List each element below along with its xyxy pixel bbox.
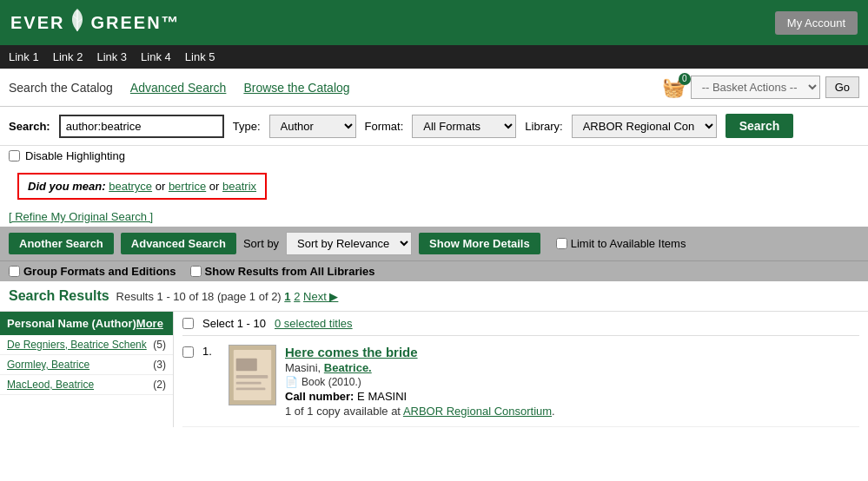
nav-link-4[interactable]: Link 4 bbox=[141, 50, 171, 63]
nav-bar: Link 1 Link 2 Link 3 Link 4 Link 5 bbox=[0, 45, 868, 69]
format-select[interactable]: All Formats bbox=[412, 115, 516, 138]
sidebar-author-3[interactable]: MacLeod, Beatrice bbox=[7, 379, 94, 391]
disable-highlight-row: Disable Highlighting bbox=[0, 146, 868, 166]
library-label: Library: bbox=[525, 120, 562, 133]
basket-count: 0 bbox=[679, 73, 691, 85]
results-info: Results 1 - 10 of 18 (page 1 of 2) 1 2 N… bbox=[116, 290, 339, 303]
refine-row: [ Refine My Original Search ] bbox=[0, 207, 868, 227]
type-label: Type: bbox=[233, 120, 261, 133]
search-label: Search: bbox=[9, 120, 50, 133]
another-search-button[interactable]: Another Search bbox=[9, 233, 114, 254]
select-row: Select 1 - 10 0 selected titles bbox=[182, 312, 859, 336]
show-all-libraries-label: Show Results from All Libraries bbox=[190, 265, 375, 278]
disable-highlight-label: Disable Highlighting bbox=[25, 149, 125, 162]
sidebar-author-1[interactable]: De Regniers, Beatrice Schenk bbox=[7, 339, 147, 351]
svg-rect-5 bbox=[236, 359, 257, 371]
search-button[interactable]: Search bbox=[726, 114, 794, 138]
call-number: E MASINI bbox=[357, 390, 407, 403]
result-thumbnail bbox=[229, 345, 276, 405]
result-details-1: Here comes the bride Masini, Beatrice. 📄… bbox=[285, 345, 859, 418]
nav-link-2[interactable]: Link 2 bbox=[53, 50, 83, 63]
main-content: Personal Name (Author)More De Regniers, … bbox=[0, 312, 868, 427]
limit-available-text: Limit to Available Items bbox=[571, 237, 686, 250]
result-format-1: 📄 Book (2010.) bbox=[285, 376, 859, 388]
limit-available-checkbox[interactable] bbox=[556, 238, 567, 249]
show-more-details-button[interactable]: Show More Details bbox=[419, 233, 540, 254]
go-button[interactable]: Go bbox=[825, 76, 859, 98]
suggestion-beatrix[interactable]: beatrix bbox=[222, 180, 256, 193]
availability-text-prefix: 1 of 1 copy available at bbox=[285, 405, 403, 418]
sort-select[interactable]: Sort by Relevance bbox=[286, 232, 412, 255]
select-all-checkbox[interactable] bbox=[182, 318, 194, 329]
format-icon: 📄 bbox=[285, 376, 298, 388]
sidebar: Personal Name (Author)More De Regniers, … bbox=[0, 312, 174, 427]
page-1-link[interactable]: 1 bbox=[284, 290, 290, 303]
format-text: Book (2010.) bbox=[301, 376, 361, 388]
catalog-bar: Search the Catalog Advanced Search Brows… bbox=[0, 69, 868, 107]
consortium-link[interactable]: ARBOR Regional Consortium bbox=[403, 405, 552, 418]
group-formats-checkbox[interactable] bbox=[9, 266, 20, 277]
basket-icon: 🧺 0 bbox=[662, 76, 686, 99]
sidebar-more-link[interactable]: More bbox=[136, 317, 163, 330]
list-item: MacLeod, Beatrice (2) bbox=[0, 375, 173, 395]
selected-titles-link[interactable]: 0 selected titles bbox=[275, 317, 353, 330]
basket-area: 🧺 0 -- Basket Actions -- Go bbox=[662, 76, 859, 99]
table-row: 1. Here comes the bride Masini, Beatrice… bbox=[182, 336, 859, 427]
browse-catalog-link[interactable]: Browse the Catalog bbox=[243, 81, 349, 95]
sidebar-author-2[interactable]: Gormley, Beatrice bbox=[7, 359, 89, 371]
did-you-mean-container: Did you mean: beatryce or bertrice or be… bbox=[0, 166, 868, 207]
suggestion-bertrice[interactable]: bertrice bbox=[169, 180, 206, 193]
author-highlight[interactable]: Beatrice. bbox=[324, 361, 372, 374]
sidebar-title: Personal Name (Author) bbox=[7, 317, 136, 330]
or-2: or bbox=[206, 180, 222, 193]
svg-rect-7 bbox=[236, 382, 262, 385]
availability-period: . bbox=[552, 405, 555, 418]
basket-actions-select[interactable]: -- Basket Actions -- bbox=[691, 76, 820, 99]
results-count: Results 1 - 10 of 18 bbox=[116, 290, 215, 303]
list-item: De Regniers, Beatrice Schenk (5) bbox=[0, 335, 173, 355]
sidebar-count-2: (3) bbox=[153, 359, 166, 371]
sort-label: Sort by bbox=[243, 237, 279, 250]
nav-link-3[interactable]: Link 3 bbox=[96, 50, 127, 63]
sidebar-header: Personal Name (Author)More bbox=[0, 312, 173, 335]
svg-rect-6 bbox=[236, 375, 268, 379]
type-select[interactable]: Author bbox=[269, 115, 356, 138]
results-header: Search Results Results 1 - 10 of 18 (pag… bbox=[0, 281, 868, 312]
my-account-button[interactable]: My Account bbox=[775, 11, 858, 35]
logo: EVER GREEN™ bbox=[10, 7, 181, 39]
action-bar2: Group Formats and Editions Show Results … bbox=[0, 260, 868, 281]
refine-search-link[interactable]: [ Refine My Original Search ] bbox=[9, 210, 153, 223]
action-bar: Another Search Advanced Search Sort by S… bbox=[0, 227, 868, 260]
nav-link-5[interactable]: Link 5 bbox=[185, 50, 215, 63]
or-1: or bbox=[152, 180, 169, 193]
library-select[interactable]: ARBOR Regional Con bbox=[572, 115, 717, 138]
result-availability: 1 of 1 copy available at ARBOR Regional … bbox=[285, 405, 859, 418]
leaf-icon bbox=[66, 7, 89, 39]
advanced-search-button[interactable]: Advanced Search bbox=[121, 233, 236, 254]
group-formats-label: Group Formats and Editions bbox=[9, 265, 176, 278]
show-all-libraries-checkbox[interactable] bbox=[190, 266, 202, 277]
next-link[interactable]: Next ▶ bbox=[303, 290, 338, 303]
page-info: (page 1 of 2) bbox=[217, 290, 284, 303]
disable-highlight-checkbox[interactable] bbox=[9, 150, 20, 161]
search-input[interactable] bbox=[59, 115, 224, 138]
nav-link-1[interactable]: Link 1 bbox=[9, 50, 39, 63]
result-title-1[interactable]: Here comes the bride bbox=[285, 345, 418, 359]
search-results-title: Search Results bbox=[9, 288, 109, 304]
search-input-row: Search: Type: Author Format: All Formats… bbox=[0, 107, 868, 146]
svg-rect-8 bbox=[236, 387, 266, 390]
logo-text2: GREEN™ bbox=[90, 13, 180, 33]
did-you-mean-label: Did you mean: bbox=[28, 180, 106, 193]
advanced-search-link[interactable]: Advanced Search bbox=[130, 81, 227, 95]
page-2-link[interactable]: 2 bbox=[294, 290, 300, 303]
result-number-1: 1. bbox=[202, 345, 220, 358]
result-author-1: Masini, Beatrice. bbox=[285, 361, 859, 374]
limit-available-label: Limit to Available Items bbox=[556, 237, 686, 250]
result-callnumber: Call number: E MASINI bbox=[285, 390, 859, 403]
suggestion-beatryce[interactable]: beatryce bbox=[109, 180, 152, 193]
result-checkbox-1[interactable] bbox=[182, 346, 194, 358]
sidebar-count-3: (2) bbox=[153, 379, 166, 391]
show-all-libraries-text: Show Results from All Libraries bbox=[205, 265, 375, 278]
select-range-label: Select 1 - 10 bbox=[202, 317, 266, 330]
logo-text: EVER bbox=[10, 13, 64, 33]
